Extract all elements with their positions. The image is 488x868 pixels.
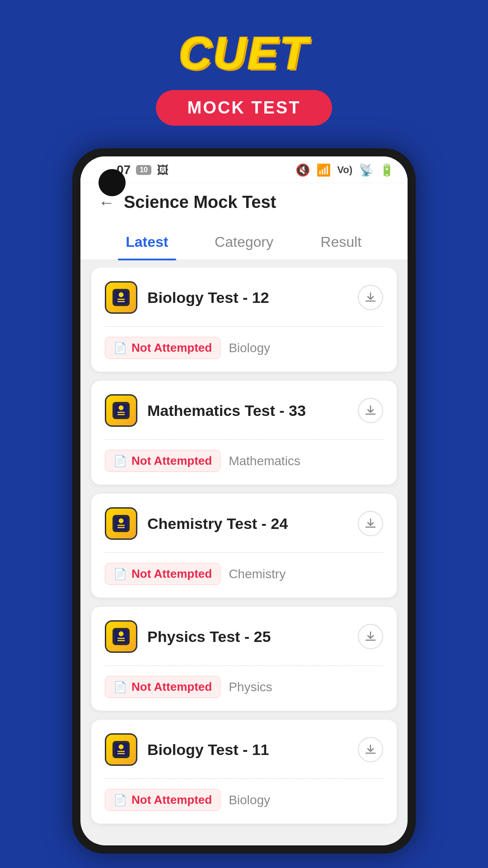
test-card[interactable]: Chemistry Test - 24 📄 Not Attempted — [91, 494, 397, 598]
mute-icon: 🔇 — [296, 163, 310, 177]
not-attempted-label: Not Attempted — [131, 793, 212, 807]
test-card-left: Chemistry Test - 24 — [105, 507, 288, 540]
test-card-top: Biology Test - 12 — [105, 281, 383, 314]
gallery-icon: 🖼 — [157, 163, 169, 177]
tab-category[interactable]: Category — [196, 221, 293, 259]
test-card-left: Physics Test - 25 — [105, 620, 271, 653]
svg-point-17 — [119, 632, 123, 636]
test-card-bottom: 📄 Not Attempted Chemistry — [105, 563, 383, 585]
pdf-icon: 📄 — [113, 455, 127, 467]
card-divider — [105, 439, 383, 440]
test-card-left: Mathematics Test - 33 — [105, 394, 306, 427]
test-card[interactable]: Mathematics Test - 33 📄 Not Attempted — [91, 381, 397, 485]
download-button[interactable] — [358, 285, 383, 310]
svg-point-2 — [119, 292, 123, 297]
lte-icon: Vo) — [337, 164, 352, 176]
card-divider — [105, 665, 383, 666]
not-attempted-badge: 📄 Not Attempted — [105, 337, 221, 359]
status-bar: 07 10 🖼 🔇 📶 Vo) 📡 🔋 — [80, 156, 408, 184]
not-attempted-badge: 📄 Not Attempted — [105, 450, 221, 472]
test-card-bottom: 📄 Not Attempted Physics — [105, 676, 383, 698]
download-button[interactable] — [358, 624, 383, 649]
wifi-icon: 📶 — [316, 163, 331, 177]
pdf-icon: 📄 — [113, 342, 127, 354]
not-attempted-label: Not Attempted — [131, 567, 212, 581]
test-card-top: Chemistry Test - 24 — [105, 507, 383, 540]
subject-tag: Chemistry — [229, 567, 286, 581]
test-title: Biology Test - 12 — [147, 289, 269, 307]
test-card-bottom: 📄 Not Attempted Biology — [105, 337, 383, 359]
not-attempted-badge: 📄 Not Attempted — [105, 563, 221, 585]
page-title: Science Mock Test — [124, 193, 276, 212]
subject-tag: Biology — [229, 341, 270, 355]
not-attempted-badge: 📄 Not Attempted — [105, 676, 221, 698]
phone-frame: 07 10 🖼 🔇 📶 Vo) 📡 🔋 ← Science Mock Test … — [72, 148, 416, 854]
test-card[interactable]: Physics Test - 25 📄 Not Attempted — [91, 607, 397, 711]
tab-result[interactable]: Result — [292, 221, 389, 259]
test-card[interactable]: Biology Test - 11 📄 Not Attempted — [91, 720, 397, 824]
download-button[interactable] — [358, 398, 383, 423]
test-card-bottom: 📄 Not Attempted Mathematics — [105, 450, 383, 472]
test-card-left: Biology Test - 12 — [105, 281, 269, 314]
download-button[interactable] — [358, 511, 383, 536]
phone-screen: 07 10 🖼 🔇 📶 Vo) 📡 🔋 ← Science Mock Test … — [80, 156, 408, 845]
download-button[interactable] — [358, 737, 383, 762]
battery-icon: 🔋 — [380, 163, 394, 177]
pdf-icon: 📄 — [113, 681, 127, 693]
test-title: Biology Test - 11 — [147, 741, 269, 759]
test-card-top: Biology Test - 11 — [105, 733, 383, 766]
test-title: Chemistry Test - 24 — [147, 515, 288, 533]
not-attempted-badge: 📄 Not Attempted — [105, 789, 221, 811]
test-card-bottom: 📄 Not Attempted Biology — [105, 789, 383, 811]
tab-bar: Latest Category Result — [80, 221, 408, 260]
card-divider — [105, 778, 383, 779]
status-right: 🔇 📶 Vo) 📡 🔋 — [296, 163, 394, 177]
card-divider — [105, 552, 383, 553]
svg-point-12 — [119, 519, 123, 523]
test-icon — [105, 281, 137, 314]
test-title: Mathematics Test - 33 — [147, 402, 306, 420]
card-divider — [105, 326, 383, 327]
status-badge-10: 10 — [136, 165, 151, 175]
test-title: Physics Test - 25 — [147, 628, 271, 646]
svg-point-7 — [119, 406, 123, 410]
tab-latest[interactable]: Latest — [99, 221, 196, 259]
pdf-icon: 📄 — [113, 568, 127, 580]
signal-icon: 📡 — [359, 163, 373, 177]
mock-test-badge: MOCK TEST — [156, 90, 333, 126]
cuet-logo: CUET — [179, 27, 309, 79]
subject-tag: Physics — [229, 680, 272, 694]
camera-notch — [99, 169, 126, 196]
app-header: ← Science Mock Test — [80, 184, 408, 221]
test-card[interactable]: Biology Test - 12 📄 Not Attempted — [91, 268, 397, 372]
not-attempted-label: Not Attempted — [131, 454, 212, 468]
subject-tag: Mathematics — [229, 454, 300, 468]
test-icon — [105, 733, 137, 766]
test-list: Biology Test - 12 📄 Not Attempted — [80, 268, 408, 845]
not-attempted-label: Not Attempted — [131, 680, 212, 694]
svg-point-22 — [119, 745, 123, 749]
top-branding: CUET MOCK TEST — [156, 0, 333, 126]
test-icon — [105, 620, 137, 653]
subject-tag: Biology — [229, 793, 270, 807]
test-card-top: Mathematics Test - 33 — [105, 394, 383, 427]
test-card-top: Physics Test - 25 — [105, 620, 383, 653]
pdf-icon: 📄 — [113, 794, 127, 807]
status-left: 07 10 🖼 — [117, 163, 169, 177]
test-icon — [105, 394, 137, 427]
test-icon — [105, 507, 137, 540]
not-attempted-label: Not Attempted — [131, 341, 212, 355]
test-card-left: Biology Test - 11 — [105, 733, 269, 766]
